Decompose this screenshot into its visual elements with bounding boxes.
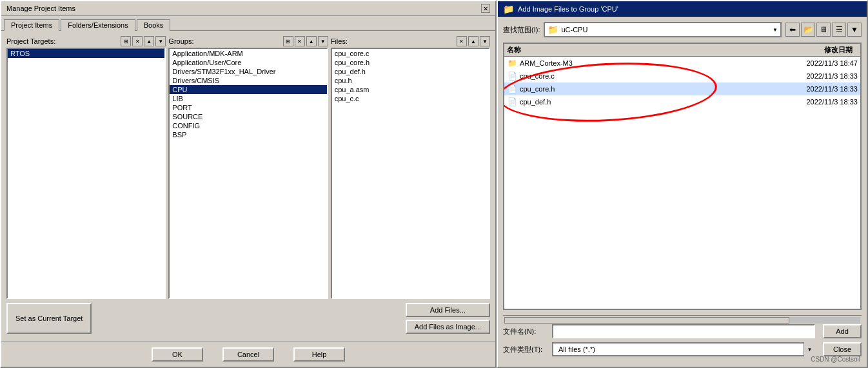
file-item[interactable]: cpu.h — [332, 76, 489, 85]
set-current-target-button[interactable]: Set as Current Target — [6, 303, 92, 334]
project-targets-list[interactable]: RTOS — [6, 48, 166, 299]
add-image-files-dialog: 📁 Add Image Files to Group 'CPU' 查找范围(I)… — [497, 0, 868, 368]
groups-header: Groups: ⊞ ✕ ▲ ▼ — [168, 36, 328, 46]
view-icon[interactable]: ☰ — [832, 23, 846, 37]
c-file-icon: 📄 — [507, 71, 517, 81]
file-type-select-wrapper[interactable]: All files (*.*) ▼ — [552, 342, 815, 356]
project-targets-header: Project Targets: ⊞ ✕ ▲ ▼ — [6, 36, 166, 46]
group-item[interactable]: SOURCE — [170, 112, 326, 121]
right-title: Add Image Files to Group 'CPU' — [518, 5, 618, 13]
desktop-icon[interactable]: 🖥 — [816, 23, 831, 37]
dialog-title-icon: 📁 — [503, 4, 514, 14]
file-name-label: 文件名(N): — [503, 327, 548, 336]
tab-books[interactable]: Books — [137, 19, 171, 31]
file-name: cpu_core.c — [520, 72, 555, 80]
close-button[interactable]: Close — [823, 342, 862, 356]
dropdown-arrow-icon: ▼ — [773, 27, 778, 33]
add-files-as-image-button[interactable]: Add Files as Image... — [406, 320, 490, 334]
add-files-button[interactable]: Add Files... — [406, 303, 490, 317]
file-row-cpu-core-c[interactable]: 📄 cpu_core.c 2022/11/3 18:33 — [504, 70, 860, 82]
help-button[interactable]: Help — [293, 347, 345, 362]
group-item[interactable]: CONFIG — [170, 121, 326, 130]
file-date-cell: 2022/11/3 18:47 — [741, 59, 858, 67]
col-date-header: 修改日期 — [737, 45, 858, 55]
action-buttons: Add — [823, 324, 862, 338]
file-item[interactable]: cpu_def.h — [332, 67, 489, 76]
right-title-bar: 📁 Add Image Files to Group 'CPU' — [498, 1, 867, 17]
select-arrow-icon: ▼ — [804, 342, 815, 356]
toolbar-icons: ⬅ 📂 🖥 ☰ ▼ — [785, 23, 862, 37]
file-up-icon[interactable]: ▲ — [468, 36, 478, 46]
scrollbar-thumb — [504, 317, 789, 324]
files-label: Files: — [331, 37, 348, 45]
location-value: uC-CPU — [561, 26, 587, 34]
file-item[interactable]: cpu_core.h — [332, 58, 489, 67]
group-item[interactable]: Application/User/Core — [170, 58, 326, 67]
cancel-button[interactable]: Cancel — [222, 347, 274, 362]
add-button[interactable]: Add — [823, 324, 862, 338]
group-new-icon[interactable]: ⊞ — [283, 36, 293, 46]
file-name: ARM_Cortex-M3 — [520, 59, 573, 67]
group-item[interactable]: LIB — [170, 94, 326, 103]
file-name-cell: 📄 cpu_core.c — [507, 71, 741, 81]
file-name: cpu_core.h — [520, 85, 555, 93]
files-column: Files: ✕ ▲ ▼ cpu_core.c cpu_core.h cpu_d… — [331, 36, 490, 299]
group-item-cpu[interactable]: CPU — [170, 85, 326, 94]
target-down-icon[interactable]: ▼ — [155, 36, 166, 46]
col-name-header: 名称 — [507, 45, 737, 55]
file-name-cell: 📄 cpu_def.h — [507, 97, 741, 107]
group-item[interactable]: Drivers/CMSIS — [170, 76, 326, 85]
location-dropdown[interactable]: 📁 uC-CPU ▼ — [544, 22, 782, 37]
h-file-icon: 📄 — [507, 97, 517, 107]
file-item[interactable]: cpu_a.asm — [332, 85, 489, 94]
location-row: 查找范围(I): 📁 uC-CPU ▼ ⬅ 📂 🖥 ☰ ▼ — [503, 22, 862, 37]
left-title-bar: Manage Project Items ✕ — [1, 1, 495, 16]
file-delete-icon[interactable]: ✕ — [457, 36, 467, 46]
files-list[interactable]: cpu_core.c cpu_core.h cpu_def.h cpu.h cp… — [331, 48, 490, 299]
group-up-icon[interactable]: ▲ — [306, 36, 317, 46]
file-row-cpu-def-h[interactable]: 📄 cpu_def.h 2022/11/3 18:33 — [504, 95, 860, 108]
group-item[interactable]: BSP — [170, 130, 326, 139]
view-options-icon[interactable]: ▼ — [847, 23, 862, 37]
file-type-select[interactable]: All files (*.*) — [552, 342, 815, 356]
project-targets-label: Project Targets: — [6, 37, 55, 45]
file-date-cell: 2022/11/3 18:33 — [741, 98, 858, 106]
group-item[interactable]: PORT — [170, 103, 326, 112]
close-button-area: Close — [823, 342, 862, 356]
file-name: cpu_def.h — [520, 98, 551, 106]
file-down-icon[interactable]: ▼ — [480, 36, 490, 46]
groups-icons: ⊞ ✕ ▲ ▼ — [283, 36, 328, 46]
group-delete-icon[interactable]: ✕ — [295, 36, 305, 46]
file-item[interactable]: cpu_core.c — [332, 49, 489, 58]
location-label: 查找范围(I): — [503, 25, 540, 35]
target-item-rtos[interactable]: RTOS — [8, 49, 164, 58]
groups-list[interactable]: Application/MDK-ARM Application/User/Cor… — [168, 48, 328, 299]
back-icon[interactable]: ⬅ — [785, 23, 800, 37]
file-row-cpu-core-h[interactable]: 📄 cpu_core.h 2022/11/3 18:33 — [504, 82, 860, 95]
target-new-icon[interactable]: ⊞ — [121, 36, 131, 46]
tab-folders-extensions[interactable]: Folders/Extensions — [61, 19, 135, 31]
group-item[interactable]: Application/MDK-ARM — [170, 49, 326, 58]
file-row-arm[interactable]: 📁 ARM_Cortex-M3 2022/11/3 18:47 — [504, 57, 860, 70]
group-down-icon[interactable]: ▼ — [318, 36, 328, 46]
target-up-icon[interactable]: ▲ — [144, 36, 154, 46]
folder-new-icon[interactable]: 📂 — [801, 23, 815, 37]
file-name-cell: 📁 ARM_Cortex-M3 — [507, 58, 741, 68]
file-item[interactable]: cpu_c.c — [332, 94, 489, 103]
files-header: Files: ✕ ▲ ▼ — [331, 36, 490, 46]
file-browser[interactable]: 名称 修改日期 📁 ARM_Cortex-M3 2022/11/3 18:47 … — [503, 43, 862, 310]
horizontal-scrollbar[interactable] — [503, 315, 862, 324]
footer-credit: CSDN @Costsoil — [811, 356, 860, 363]
close-button[interactable]: ✕ — [481, 4, 490, 13]
tab-project-items[interactable]: Project Items — [4, 19, 59, 31]
groups-label: Groups: — [168, 37, 193, 45]
project-targets-column: Project Targets: ⊞ ✕ ▲ ▼ RTOS — [6, 36, 166, 299]
group-item[interactable]: Drivers/STM32F1xx_HAL_Driver — [170, 67, 326, 76]
add-buttons: Add Files... Add Files as Image... — [406, 303, 490, 334]
file-name-input[interactable] — [552, 324, 815, 338]
columns-area: Project Targets: ⊞ ✕ ▲ ▼ RTOS Groups: — [6, 36, 490, 299]
h-file-icon: 📄 — [507, 84, 517, 94]
target-delete-icon[interactable]: ✕ — [132, 36, 143, 46]
ok-button[interactable]: OK — [152, 347, 203, 362]
folder-icon: 📁 — [547, 24, 558, 35]
